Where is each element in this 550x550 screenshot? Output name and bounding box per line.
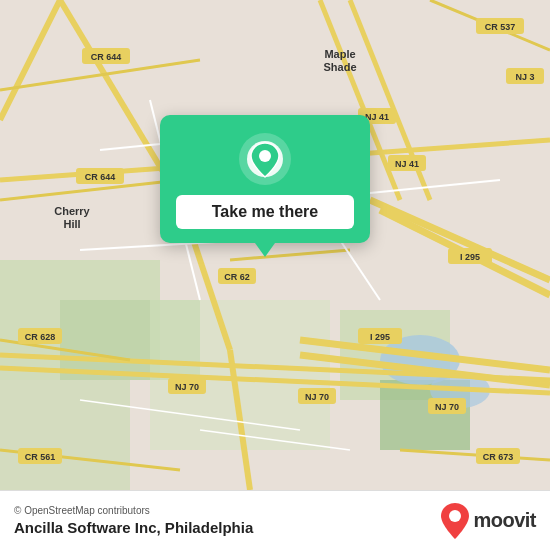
svg-text:CR 561: CR 561: [25, 452, 56, 462]
svg-text:CR 644: CR 644: [91, 52, 122, 62]
map-container: CR 644 CR 644 CR 537 NJ 41 NJ 41 Cherry …: [0, 0, 550, 490]
map-svg: CR 644 CR 644 CR 537 NJ 41 NJ 41 Cherry …: [0, 0, 550, 490]
location-pin-icon: [239, 133, 291, 185]
svg-text:CR 62: CR 62: [224, 272, 250, 282]
svg-rect-5: [0, 380, 130, 490]
take-me-there-button[interactable]: Take me there: [176, 195, 354, 229]
moovit-brand-text: moovit: [473, 509, 536, 532]
bottom-left-info: © OpenStreetMap contributors Ancilla Sof…: [14, 505, 253, 536]
svg-text:Maple: Maple: [324, 48, 355, 60]
moovit-logo: moovit: [441, 503, 536, 539]
svg-text:CR 644: CR 644: [85, 172, 116, 182]
svg-text:Hill: Hill: [63, 218, 80, 230]
svg-text:CR 537: CR 537: [485, 22, 516, 32]
bottom-bar: © OpenStreetMap contributors Ancilla Sof…: [0, 490, 550, 550]
svg-point-73: [449, 510, 461, 522]
popup-card: Take me there: [160, 115, 370, 243]
svg-text:I 295: I 295: [370, 332, 390, 342]
svg-text:CR 628: CR 628: [25, 332, 56, 342]
svg-text:I 295: I 295: [460, 252, 480, 262]
svg-text:NJ 70: NJ 70: [305, 392, 329, 402]
svg-text:NJ 70: NJ 70: [435, 402, 459, 412]
svg-text:CR 673: CR 673: [483, 452, 514, 462]
svg-point-72: [259, 150, 271, 162]
svg-text:NJ 41: NJ 41: [395, 159, 419, 169]
osm-credit: © OpenStreetMap contributors: [14, 505, 253, 516]
svg-text:Cherry: Cherry: [54, 205, 90, 217]
place-name: Ancilla Software Inc, Philadelphia: [14, 519, 253, 536]
svg-text:Shade: Shade: [323, 61, 356, 73]
svg-text:NJ 3: NJ 3: [515, 72, 534, 82]
svg-text:NJ 70: NJ 70: [175, 382, 199, 392]
moovit-pin-icon: [441, 503, 469, 539]
